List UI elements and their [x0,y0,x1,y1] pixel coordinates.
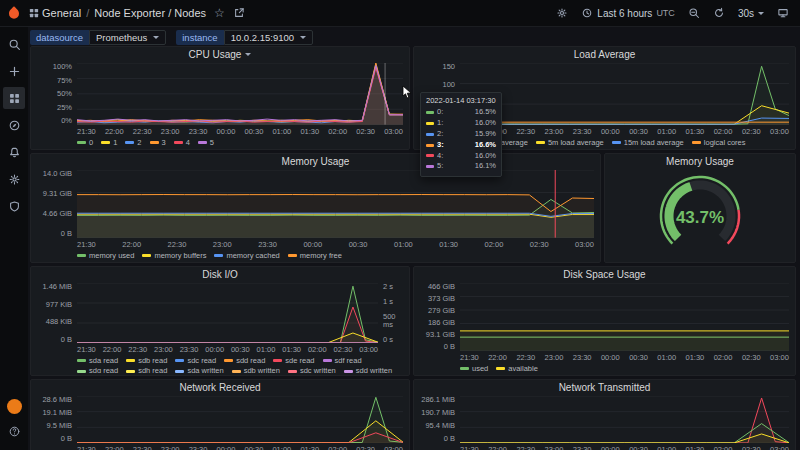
compass-icon [8,119,21,132]
panel-header[interactable]: Network Received [31,380,409,395]
help-icon [8,425,21,438]
tooltip-rows: 0:16.5%1:16.0%2:15.9%3:16.6%4:16.0%5:16.… [426,107,496,172]
time-range-picker[interactable]: Last 6 hours UTC [576,4,680,22]
breadcrumb-separator: / [86,7,89,19]
y-axis-labels: 28.6 MiB19.1 MiB9.5 MiB0 B [35,396,77,443]
plus-icon [8,65,21,78]
legend-item[interactable]: sdh read [126,366,167,373]
legend-item[interactable]: sdb read [126,356,167,365]
legend-item[interactable]: memory cached [214,251,279,260]
sidebar-item-help[interactable] [3,420,25,442]
panel-title: Memory Usage [666,156,734,167]
legend-item[interactable]: sdc read [175,356,216,365]
top-nav: General / Node Exporter / Nodes ☆ Last 6… [0,0,800,27]
legend-item[interactable]: sda read [77,356,118,365]
legend-item[interactable]: 2 [125,138,141,147]
panel-header[interactable]: Network Transmitted [414,380,795,395]
sidebar-item-create[interactable] [3,60,25,82]
legend-item[interactable]: 0 [77,138,93,147]
shield-icon [8,200,21,213]
legend-item[interactable]: 4 [174,138,190,147]
legend-item[interactable]: sda written [175,366,223,373]
load-average-chart[interactable] [460,63,789,125]
panel-title: Load Average [574,49,636,60]
grafana-logo[interactable] [0,0,28,27]
panel-header[interactable]: Memory Usage [31,154,600,169]
chevron-down-icon [300,36,306,39]
sidebar-item-search[interactable] [3,33,25,55]
chevron-down-icon [153,36,159,39]
apps-grid-icon [28,7,40,19]
kiosk-mode-button[interactable] [772,4,794,22]
search-icon [8,38,21,51]
refresh-button[interactable] [708,4,730,22]
monitor-icon [777,7,789,19]
dashboard-settings-button[interactable] [551,4,573,22]
y-axis-labels: 14.0 GiB9.31 GiB4.66 GiB0 B [35,170,77,238]
legend-item[interactable]: memory used [77,251,134,260]
panel-title: CPU Usage [189,49,242,60]
x-axis-labels: 21:3022:0022:3023:0023:3000:0000:3001:00… [77,343,378,354]
panel-header[interactable]: Disk Space Usage [414,267,795,282]
sidebar-item-dashboards[interactable] [3,87,25,109]
legend-item[interactable]: 5m load average [536,138,604,147]
panel-memory-usage: Memory Usage 14.0 GiB9.31 GiB4.66 GiB0 B… [30,153,601,263]
legend-item[interactable]: sdc written [288,366,336,373]
legend-item[interactable]: memory buffers [142,251,206,260]
network-received-chart[interactable] [77,396,403,443]
cpu-usage-chart[interactable] [77,63,403,125]
sidebar-item-server-admin[interactable] [3,195,25,217]
refresh-icon [713,7,725,19]
memory-usage-chart[interactable] [77,170,594,238]
tooltip-row: 4:16.0% [426,151,496,162]
legend-item[interactable]: sde read [273,356,314,365]
legend-item[interactable]: memory free [288,251,342,260]
y-axis-labels: 466 GiB373 GiB279 GiB186 GiB93.1 GiB0 B [418,283,460,351]
panel-header[interactable]: Disk I/O [31,267,409,282]
legend-item[interactable]: available [496,364,538,373]
x-axis-labels: 21:3022:0022:3023:0023:3000:0000:3001:00… [77,443,403,450]
variable-label: instance [176,30,223,45]
breadcrumb-folder[interactable]: General [42,7,81,19]
y-axis-right-labels: 2 s1 s500 ms0 s [378,283,403,343]
tooltip-row: 5:16.1% [426,161,496,172]
sidebar-bottom [3,399,25,442]
x-axis-labels: 21:3022:0022:3023:0023:3000:0000:3001:00… [460,125,789,136]
star-icon[interactable]: ☆ [214,7,225,19]
y-axis-labels: 100%75%50%25%0% [35,63,77,125]
datasource-dropdown[interactable]: Prometheus [89,30,166,45]
panel-header[interactable]: CPU Usage [31,47,409,62]
panel-header[interactable]: Memory Usage [605,154,795,169]
sidebar-item-configuration[interactable] [3,168,25,190]
refresh-interval-dropdown[interactable]: 30s [733,5,769,22]
sidebar-item-alerting[interactable] [3,141,25,163]
network-transmitted-chart[interactable] [460,396,789,443]
legend-item[interactable]: sdd read [224,356,265,365]
legend-item[interactable]: 15m load average [612,138,684,147]
legend-item[interactable]: 3 [150,138,166,147]
disk-space-chart[interactable] [460,283,789,351]
legend-item[interactable]: sdb written [232,366,280,373]
tooltip-row: 0:16.5% [426,107,496,118]
disk-io-chart[interactable] [77,283,378,343]
tooltip-row: 2:15.9% [426,129,496,140]
legend-item[interactable]: 5 [198,138,214,147]
user-avatar[interactable] [7,399,22,414]
x-axis-labels: 21:3022:0022:3023:0023:3000:0000:3001:00… [460,443,789,450]
legend-item[interactable]: sdg read [77,366,118,373]
instance-dropdown[interactable]: 10.0.2.15:9100 [224,30,313,45]
legend-item[interactable]: sdd written [344,366,392,373]
panel-network-received: Network Received 28.6 MiB19.1 MiB9.5 MiB… [30,379,410,450]
legend-item[interactable]: 1 [101,138,117,147]
legend-item[interactable]: logical cores [692,138,746,147]
legend-item[interactable]: used [460,364,488,373]
breadcrumb-dashboard[interactable]: Node Exporter / Nodes [94,7,206,19]
timezone-label: UTC [656,8,675,18]
tooltip-time: 2022-01-14 03:17:30 [426,96,496,105]
share-icon[interactable] [233,7,245,19]
panel-header[interactable]: Load Average [414,47,795,62]
x-axis-labels: 21:3022:0022:3023:0023:3000:0000:3001:00… [77,125,403,136]
sidebar-item-explore[interactable] [3,114,25,136]
legend-item[interactable]: sdf read [323,356,362,365]
zoom-out-button[interactable] [683,4,705,22]
